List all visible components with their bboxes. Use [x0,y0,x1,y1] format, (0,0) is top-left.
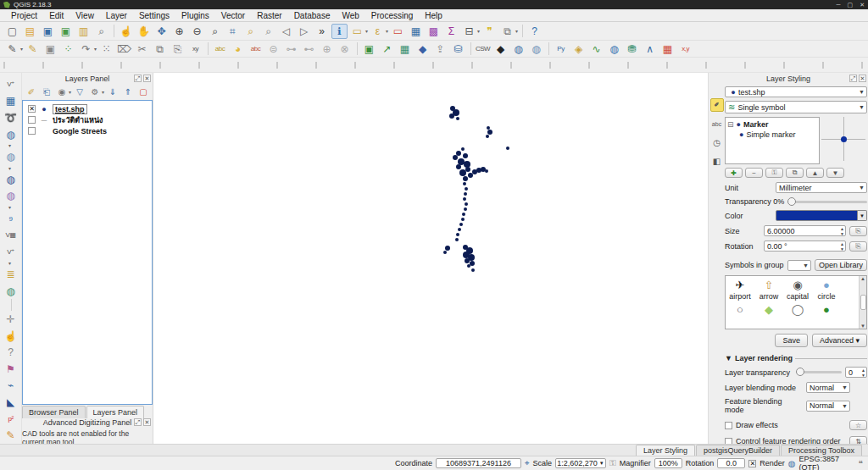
close-button[interactable]: ✕ [860,2,865,8]
deselect-all-icon[interactable]: ▭ [390,24,406,39]
dock-tab-browser-panel[interactable]: Browser Panel [22,406,86,418]
rotate-feature-dropdown[interactable]: ▾ [94,46,97,52]
grid-plugin-icon[interactable]: ▦ [659,41,676,57]
current-edits-icon[interactable]: ✎ [4,41,20,57]
collapse-all-icon[interactable]: ⇑ [121,86,135,98]
menu-view[interactable]: View [70,10,100,21]
layer-item-test-shp[interactable]: ✕●test.shp [23,103,152,114]
topology-checker-icon[interactable]: ⛃ [624,41,640,57]
save-layer-edits-icon[interactable]: ▣ [42,41,58,57]
messages-icon[interactable]: ❝ [859,459,863,468]
add-vector-layer-icon[interactable]: V⁺ [3,77,19,92]
scale-combo[interactable]: 1:2,602,270▼ [555,458,606,468]
save-project-as-icon[interactable]: ▣ [58,24,74,39]
green-tool-icon[interactable]: ∿ [588,41,604,57]
toggle-editing-icon[interactable]: ✎ [25,41,41,57]
help-pointer-icon[interactable]: ? [3,345,19,360]
open-project-icon[interactable]: ▤ [22,24,38,39]
menu-vector[interactable]: Vector [215,10,251,21]
symbols-group-combo[interactable]: ▼ [787,260,811,271]
field-calculator-icon[interactable]: ▩ [426,24,442,39]
spin-arrows-icon[interactable]: ▲▼ [840,241,844,252]
flag-tool-icon[interactable]: ⚑ [3,362,19,377]
magnifier-spinbox[interactable]: 100% [654,458,682,468]
add-feature-icon[interactable]: ⁘ [60,41,76,57]
layer-item-google-streets[interactable]: Google Streets [23,125,152,136]
spin-arrows-icon[interactable]: ▲▼ [840,226,844,236]
node-tool-icon[interactable]: ⁙ [98,41,114,57]
zoom-to-selection-icon[interactable]: ⌕ [242,24,259,39]
cad-crosshair-icon[interactable]: ✛ [3,312,19,327]
measure-line-dropdown[interactable]: ▾ [477,28,480,34]
symbol-green-dot[interactable]: ● [812,301,841,317]
black-plugin-icon[interactable]: ◆ [492,41,509,57]
close-panel-icon[interactable]: ✕ [143,75,151,82]
layer-transparency-spinbox[interactable]: 0 ▲▼ [845,367,867,378]
rotate-label-icon[interactable]: ⊷ [301,41,317,57]
symbol-browser[interactable]: ✈airport⇧arrow◉capital●circle ○◆◯● ▲ ▼ [725,275,867,329]
zoom-out-icon[interactable]: ⊖ [189,24,205,39]
add-wfs-layer-dropdown[interactable]: ▾ [8,260,11,266]
symbol-tree-parent-row[interactable]: ⊟ ● Marker [727,119,817,130]
metasearch-b-icon[interactable]: ◍ [528,41,544,57]
bottom-tab-layer-styling[interactable]: Layer Styling [636,445,695,456]
xy-tool-icon[interactable]: xy [187,41,203,57]
sketch-tool-icon[interactable]: ✎ [3,428,19,443]
filter-by-expression-dropdown[interactable]: ▾ [102,89,104,95]
composer-manager-icon[interactable]: ⌕ [93,24,109,39]
new-bookmark-icon[interactable]: ⧉ [499,24,515,39]
unit-combo[interactable]: Millimeter ▼ [776,182,867,193]
draw-effects-checkbox[interactable] [725,422,732,429]
add-spatialite-layer-dropdown[interactable]: ▾ [8,165,11,171]
zoom-full-icon[interactable]: ⌗ [225,24,241,39]
new-print-composer-icon[interactable]: ▥ [75,24,92,39]
layer-visibility-checkbox[interactable] [28,127,36,135]
color-button[interactable]: ▼ [776,210,867,221]
metasearch-a-icon[interactable]: ◍ [510,41,526,57]
open-library-button[interactable]: Open Library [815,259,867,271]
symbol-arrow[interactable]: ⇧arrow [754,276,783,301]
save-project-icon[interactable]: ▣ [40,24,56,39]
filter-legend-icon[interactable]: ▽ [73,86,86,98]
add-symbol-button[interactable]: ✚ [725,168,743,178]
layer-item--[interactable]: ─ประวัติตำแหน่ง [23,114,152,125]
layer-visibility-checkbox[interactable] [28,116,36,124]
duplicate-symbol-button[interactable]: ⧉ [786,168,804,178]
symbol-green-diamond[interactable]: ◆ [754,301,783,317]
maximize-button[interactable]: ▢ [848,2,854,8]
add-oracle-layer-icon[interactable]: ◍ [3,189,19,204]
select-features-dropdown[interactable]: ▾ [365,28,368,34]
upload-plugin-icon[interactable]: ⇪ [432,41,448,57]
identify-features-icon[interactable]: ℹ [331,24,348,39]
zoom-last-icon[interactable]: ◁ [278,24,294,39]
rotation-spinbox[interactable]: 0.00 ° ▲▼ [764,241,846,252]
help-contents-icon[interactable]: ? [526,24,542,39]
tree-expand-icon[interactable]: ⊟ [727,120,734,129]
rotation-spinbox[interactable]: 0.0 [717,458,745,468]
statistical-summary-icon[interactable]: Σ [443,24,459,39]
move-up-symbol-button[interactable]: ▲ [806,168,824,178]
float-panel-icon[interactable]: ⤢ [134,75,142,82]
label-toolbar-icon[interactable]: abc [212,41,228,57]
new-project-icon[interactable]: ▢ [4,24,20,39]
style-history-tab-icon[interactable]: ◷ [710,135,724,149]
manage-visibility-icon[interactable]: ◉ [55,86,69,98]
add-wfs-layer-icon[interactable]: V⁺ [3,244,19,259]
current-edits-dropdown[interactable]: ▾ [20,46,23,52]
new-geopackage-layer-icon[interactable]: ➰ [3,110,19,125]
paste-features-icon[interactable]: ⎘ [170,41,186,57]
menu-project[interactable]: Project [5,10,43,21]
menu-help[interactable]: Help [419,10,448,21]
add-wcs-layer-icon[interactable]: ◍ [3,284,19,299]
wedge-tool-icon[interactable]: ◣ [3,395,19,410]
rotate-feature-icon[interactable]: ↷ [78,41,94,57]
label-pin-icon[interactable]: abc [248,41,264,57]
map-canvas[interactable] [153,73,708,444]
geometry-checker-icon[interactable]: ◈ [570,41,587,57]
symbology-tab-icon[interactable]: ✐ [710,98,724,112]
scroll-up-icon[interactable]: ▲ [860,276,865,281]
raster-image-icon[interactable]: ▦ [397,41,413,57]
color-dropdown-icon[interactable]: ▼ [858,210,867,221]
open-layer-styling-icon[interactable]: ✐ [25,86,38,98]
manage-visibility-dropdown[interactable]: ▾ [69,89,71,95]
